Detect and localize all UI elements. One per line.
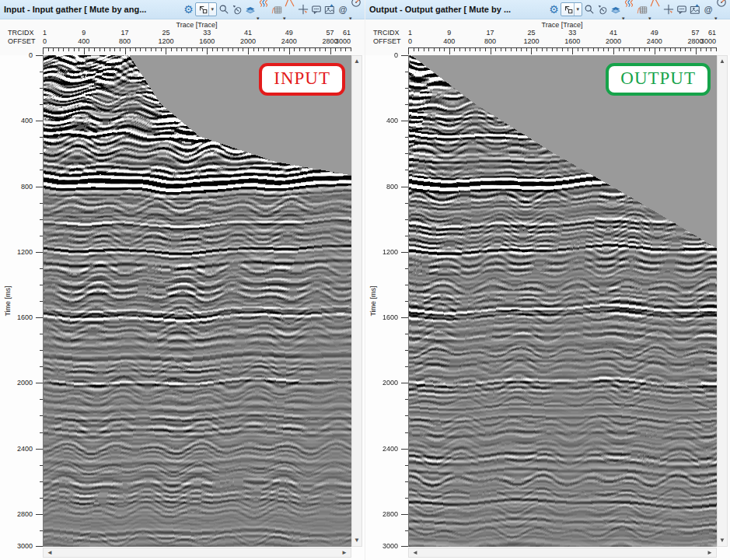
time-tick-label: 800 <box>386 183 398 191</box>
scroll-down-arrow-icon[interactable]: ▼ <box>354 537 360 544</box>
comment-icon[interactable] <box>676 2 688 16</box>
time-tick <box>401 252 408 253</box>
time-axis: Time [ms] 040080012001600200024002800300… <box>0 55 43 547</box>
trcidx-value: 17 <box>121 29 129 37</box>
time-tick <box>401 383 408 383</box>
time-tick <box>401 187 408 187</box>
export-image-icon[interactable] <box>689 2 701 16</box>
output-gather-panel: Output - Output gather [ Mute by ... ⚙▾▾… <box>365 0 730 560</box>
time-tick-label: 400 <box>386 117 398 124</box>
zoom-icon[interactable] <box>218 2 230 16</box>
time-tick-label: 1600 <box>382 313 398 321</box>
offset-value: 1200 <box>158 37 173 45</box>
mute-shape-icon[interactable] <box>284 0 296 9</box>
offset-value: 3000 <box>700 37 716 45</box>
time-tick <box>401 317 408 318</box>
offset-value: 2400 <box>281 37 297 45</box>
trcidx-value: 9 <box>447 29 451 37</box>
settings-gear-icon[interactable]: ⚙ <box>547 2 560 16</box>
time-tick <box>36 546 43 547</box>
input-gather-panel: Input - Input gather [ Mute by ang... ⚙▾… <box>0 0 365 560</box>
time-tick-label: 3000 <box>17 542 33 550</box>
time-tick-label: 2800 <box>382 510 398 518</box>
settings-gear-icon[interactable]: ⚙ <box>182 2 194 16</box>
time-tick-label: 0 <box>394 51 398 59</box>
time-tick-label: 2400 <box>17 445 33 453</box>
mouse-tool-icon[interactable] <box>596 2 609 16</box>
time-tick-label: 2000 <box>382 379 398 387</box>
trcidx-value-row: 1917253341495761 <box>408 29 716 37</box>
crosshair-pick-icon[interactable] <box>297 2 309 16</box>
offset-value: 1200 <box>523 37 539 45</box>
export-image-icon[interactable] <box>323 2 336 16</box>
dropdown-caret-icon[interactable]: ▾ <box>208 3 215 16</box>
trcidx-value: 41 <box>244 29 252 37</box>
horizontal-scrollbar[interactable]: ◄ ► <box>408 548 717 558</box>
pointer-select-tool-icon[interactable] <box>562 2 575 16</box>
time-tick <box>401 449 408 450</box>
scroll-right-arrow-icon[interactable]: ► <box>341 550 348 556</box>
comment-icon[interactable] <box>310 2 323 16</box>
layers-icon[interactable] <box>609 2 622 16</box>
compass-icon[interactable] <box>350 0 362 9</box>
trcidx-value: 61 <box>708 29 716 37</box>
trcidx-label: TRCIDX <box>373 29 400 37</box>
mouse-tool-icon[interactable] <box>231 2 243 16</box>
panel-title: Output - Output gather [ Mute by ... <box>369 5 511 14</box>
trace-axis-header: Trace [Trace] TRCIDX OFFSET 191725334149… <box>0 19 365 55</box>
trcidx-value: 49 <box>651 29 658 37</box>
trcidx-value: 9 <box>82 29 86 37</box>
time-tick-label: 3000 <box>382 542 398 550</box>
panel-title: Input - Input gather [ Mute by ang... <box>4 5 146 14</box>
trace-axis-title: Trace [Trace] <box>408 21 716 29</box>
crosshair-pick-icon[interactable] <box>662 2 675 16</box>
trcidx-value: 25 <box>162 29 169 37</box>
scroll-left-arrow-icon[interactable]: ◄ <box>47 550 53 556</box>
time-tick <box>36 55 43 56</box>
wiggle-display-icon[interactable] <box>257 0 270 9</box>
attribute-at-icon[interactable]: @ <box>702 2 714 16</box>
seismic-view[interactable] <box>43 55 351 547</box>
time-tick <box>36 449 43 450</box>
time-tick <box>36 514 43 515</box>
trcidx-value-row: 1917253341495761 <box>43 29 351 37</box>
time-tick <box>401 546 408 547</box>
vertical-scrollbar[interactable]: ▲ ▼ <box>717 55 728 547</box>
trace-ruler <box>408 47 717 55</box>
horizontal-scrollbar[interactable]: ◄ ► <box>43 548 351 558</box>
trcidx-value: 57 <box>692 29 700 37</box>
time-tick <box>36 317 43 318</box>
scroll-down-arrow-icon[interactable]: ▼ <box>719 537 725 544</box>
layers-icon[interactable] <box>244 2 257 16</box>
trcidx-value: 1 <box>408 29 412 37</box>
spectrum-table-icon[interactable] <box>636 2 648 16</box>
mute-shape-icon[interactable] <box>649 0 662 9</box>
compass-icon[interactable] <box>715 0 728 9</box>
wiggle-display-icon[interactable] <box>623 0 635 9</box>
time-tick-label: 800 <box>21 183 33 191</box>
offset-value-row: 0400800120016002000240028003000 <box>408 37 716 45</box>
dropdown-caret-icon[interactable]: ▾ <box>574 3 581 16</box>
trcidx-value: 17 <box>487 29 494 37</box>
vertical-scrollbar[interactable]: ▲ ▼ <box>351 55 362 547</box>
scroll-right-arrow-icon[interactable]: ► <box>707 550 713 556</box>
seismic-view[interactable] <box>408 55 717 547</box>
attribute-at-icon[interactable]: @ <box>337 2 349 16</box>
scroll-up-arrow-icon[interactable]: ▲ <box>719 58 725 65</box>
time-axis-label: Time [ms] <box>369 285 377 316</box>
offset-label: OFFSET <box>8 37 36 45</box>
pointer-select-tool-icon-group[interactable]: ▾ <box>195 2 217 16</box>
scroll-up-arrow-icon[interactable]: ▲ <box>354 58 360 65</box>
offset-value: 3000 <box>335 37 351 45</box>
time-tick-label: 400 <box>21 117 33 124</box>
time-axis: Time [ms] 040080012001600200024002800300… <box>365 55 408 547</box>
zoom-icon[interactable] <box>583 2 596 16</box>
offset-value: 800 <box>484 37 496 45</box>
time-tick-label: 0 <box>29 51 33 59</box>
scroll-left-arrow-icon[interactable]: ◄ <box>412 550 418 556</box>
offset-value: 800 <box>119 37 131 45</box>
time-tick-label: 1600 <box>17 313 33 321</box>
pointer-select-tool-icon-group[interactable]: ▾ <box>561 2 582 16</box>
spectrum-table-icon[interactable] <box>271 2 283 16</box>
pointer-select-tool-icon[interactable] <box>197 2 209 16</box>
